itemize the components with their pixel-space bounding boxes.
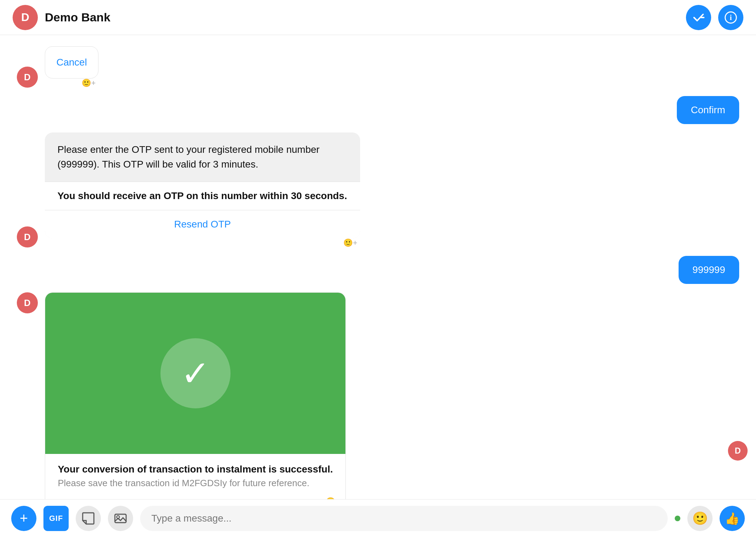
success-circle: ✓ [160, 338, 231, 408]
success-card-image: ✓ [45, 293, 345, 454]
thumbs-up-icon: 👍 [725, 511, 740, 525]
add-button[interactable]: + [11, 506, 36, 531]
bot-avatar-otp: D [17, 226, 38, 247]
resend-otp-button[interactable]: Resend OTP [45, 210, 360, 238]
svg-text:i: i [730, 13, 732, 22]
chat-area: D Cancel 🙂+ Confirm D Please enter the O… [0, 35, 756, 499]
emoji-plus-success[interactable]: 🙂+ [45, 494, 345, 499]
header-avatar: D [13, 5, 38, 30]
confirm-bubble[interactable]: Confirm [677, 96, 739, 124]
otp-value-row: 999999 [17, 256, 739, 284]
emoji-icon: 🙂 [692, 511, 708, 526]
image-button[interactable] [108, 506, 133, 531]
message-input[interactable] [140, 506, 668, 531]
gif-button[interactable]: GIF [43, 506, 69, 531]
success-card: ✓ Your conversion of transaction to inst… [45, 292, 346, 499]
header-title: Demo Bank [45, 11, 686, 24]
header: D Demo Bank i [0, 0, 756, 35]
success-message-row: D ✓ Your conversion of transaction to in… [17, 292, 739, 499]
success-checkmark-icon: ✓ [181, 356, 210, 391]
sticker-button[interactable] [76, 506, 101, 531]
cancel-button[interactable]: Cancel [45, 46, 98, 79]
emoji-button[interactable]: 🙂 [687, 506, 713, 531]
checkmark-button[interactable] [686, 5, 711, 30]
otp-prompt-text: Please enter the OTP sent to your regist… [45, 132, 360, 182]
success-card-subtitle: Please save the transaction id M2FGDSIy … [58, 478, 333, 489]
online-indicator [675, 516, 680, 521]
success-card-title: Your conversion of transaction to instal… [58, 464, 333, 475]
confirm-message-row: Confirm [17, 96, 739, 124]
svg-rect-8 [115, 514, 126, 523]
emoji-plus-otp[interactable]: 🙂+ [45, 238, 360, 247]
input-bar: + GIF 🙂 👍 [0, 499, 756, 537]
bot-avatar-cancel: D [17, 67, 38, 88]
image-icon [114, 511, 128, 525]
otp-value-bubble: 999999 [679, 256, 739, 284]
header-actions: i [686, 5, 743, 30]
emoji-plus-cancel[interactable]: 🙂+ [45, 79, 98, 88]
bottom-right-avatar: D [728, 441, 748, 461]
otp-prompt-group: Please enter the OTP sent to your regist… [45, 132, 360, 238]
info-button[interactable]: i [718, 5, 743, 30]
sticker-icon [81, 511, 95, 525]
otp-prompt-row: D Please enter the OTP sent to your regi… [17, 132, 739, 247]
success-card-text: Your conversion of transaction to instal… [45, 454, 345, 494]
info-icon: i [724, 11, 737, 24]
checkmark-icon [692, 11, 705, 24]
thumbs-up-button[interactable]: 👍 [720, 506, 745, 531]
otp-timing-text: You should receive an OTP on this number… [45, 182, 360, 210]
cancel-message-row: D Cancel 🙂+ [17, 46, 739, 88]
bot-avatar-success: D [17, 292, 38, 313]
